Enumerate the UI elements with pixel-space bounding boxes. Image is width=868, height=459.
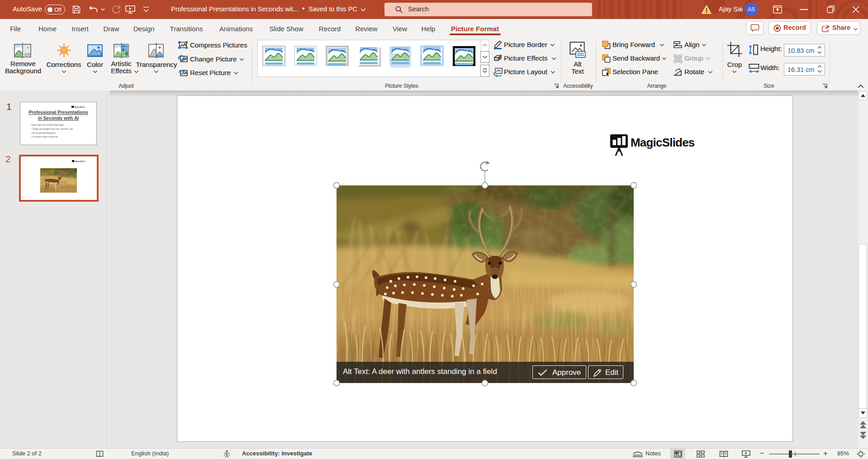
svg-text:• No need to learn a new tool: • No need to learn a new tool xyxy=(31,136,58,138)
svg-text:Professional Presentations: Professional Presentations xyxy=(28,110,88,115)
svg-text:MagicSlides: MagicSlides xyxy=(75,160,86,162)
svg-text:in Seconds with AI: in Seconds with AI xyxy=(38,116,79,121)
svg-text:MagicSlides: MagicSlides xyxy=(631,136,695,149)
svg-text:MagicSlides: MagicSlides xyxy=(75,106,85,108)
svg-text:• No Credit Card Required: • No Credit Card Required xyxy=(31,132,56,134)
svg-text:Never start from a blank slide: Never start from a blank slide again. xyxy=(31,124,65,126)
svg-text:• Create presentation from tex: • Create presentation from text, YouTube… xyxy=(31,128,73,130)
